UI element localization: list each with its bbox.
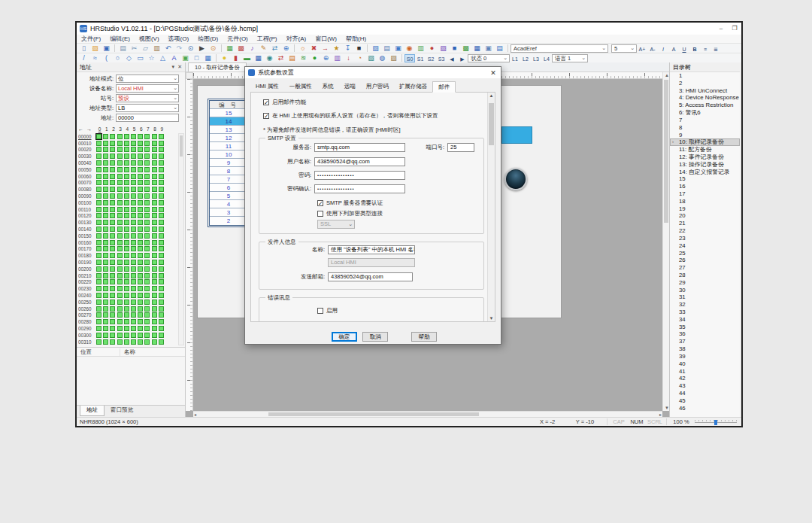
help-button[interactable]: 帮助 [411, 332, 437, 342]
address-grid-scrollbar[interactable] [178, 133, 184, 345]
bit-cell[interactable] [138, 220, 143, 225]
bit-cell[interactable] [103, 279, 108, 284]
bit-cell[interactable] [124, 187, 129, 192]
table-row[interactable]: 13 [210, 126, 247, 134]
elem-lamp-icon[interactable]: ● [219, 53, 230, 62]
table-row[interactable]: 4 [210, 200, 247, 208]
table-row[interactable]: 5 [210, 192, 247, 200]
bit-cell[interactable] [96, 326, 102, 331]
dialog-tab-item[interactable]: 一般属性 [284, 81, 317, 92]
bit-cell[interactable] [138, 227, 143, 232]
tree-item-3[interactable]: 3: HMI UnConnect [670, 87, 740, 95]
bit-cell[interactable] [152, 233, 157, 239]
bit-cell[interactable] [131, 174, 136, 179]
bit-cell[interactable] [144, 154, 150, 159]
bit-cell[interactable] [152, 319, 157, 324]
bit-cell[interactable] [152, 213, 157, 218]
download-icon[interactable]: ↧ [342, 44, 353, 53]
bit-cell[interactable] [96, 227, 102, 232]
bit-cell[interactable] [110, 333, 115, 338]
bit-cell[interactable] [103, 240, 108, 245]
bit-cell[interactable] [159, 180, 164, 185]
bit-cell[interactable] [124, 180, 129, 185]
document-tab[interactable]: 10 - 取样记录备份 [188, 62, 247, 71]
insert-icon[interactable]: ⊕ [280, 44, 292, 53]
bit-cell[interactable] [117, 312, 123, 318]
bit-cell[interactable] [124, 326, 129, 331]
port-input[interactable]: 25 [447, 143, 474, 152]
bit-cell[interactable] [144, 266, 150, 272]
bit-cell[interactable] [138, 333, 143, 338]
bit-cell[interactable] [138, 147, 143, 152]
bit-cell[interactable] [159, 141, 164, 146]
panel-7-icon[interactable]: ▨ [438, 44, 449, 53]
state-s2-button[interactable]: S2 [426, 54, 436, 62]
bit-cell[interactable] [110, 273, 115, 278]
tree-item-14[interactable]: 14: 自定义报警记录 [670, 169, 740, 176]
bit-cell[interactable] [124, 200, 129, 205]
bit-cell[interactable] [131, 227, 136, 232]
bit-cell[interactable] [103, 266, 108, 272]
bit-cell[interactable] [103, 286, 108, 291]
bit-cell[interactable] [103, 213, 108, 218]
delete-icon[interactable]: ✖ [308, 44, 320, 53]
tree-item-6[interactable]: 6: 警讯6 [670, 109, 740, 117]
bit-cell[interactable] [110, 326, 115, 331]
bit-cell[interactable] [138, 326, 143, 331]
field-input[interactable]: 00000 [116, 114, 179, 122]
canvas-horizontal-scrollbar[interactable]: ◂ ▸ [193, 411, 662, 417]
dock-tab-preview[interactable]: 窗口预览 [105, 406, 139, 416]
table-row[interactable]: 15 [210, 109, 247, 117]
bit-cell[interactable] [131, 200, 136, 205]
bit-cell[interactable] [117, 339, 123, 345]
bit-cell[interactable] [131, 180, 136, 185]
bit-cell[interactable] [159, 279, 164, 284]
bit-cell[interactable] [117, 253, 123, 258]
bit-cell[interactable] [103, 220, 108, 225]
bit-cell[interactable] [138, 246, 143, 251]
bit-cell[interactable] [152, 167, 157, 172]
bit-cell[interactable] [103, 160, 108, 166]
tree-item-10[interactable]: ›10: 取样记录备份 [670, 138, 740, 146]
bit-cell[interactable] [138, 312, 143, 318]
bit-cell[interactable] [159, 273, 164, 278]
bit-cell[interactable] [144, 227, 150, 232]
scrollbar-thumb[interactable] [180, 135, 183, 157]
bit-cell[interactable] [117, 200, 123, 205]
bit-cell[interactable] [110, 187, 115, 192]
bit-cell[interactable] [96, 293, 102, 298]
bit-cell[interactable] [159, 312, 164, 318]
lang-l4-button[interactable]: L4 [541, 54, 552, 62]
bit-cell[interactable] [96, 207, 102, 212]
bit-cell[interactable] [131, 339, 136, 345]
tree-item-18[interactable]: 18 [670, 198, 740, 205]
bit-cell[interactable] [152, 253, 157, 258]
bit-cell[interactable] [124, 279, 129, 284]
bit-cell[interactable] [96, 253, 102, 258]
tree-item-19[interactable]: 19 [670, 205, 740, 213]
elem-macro-icon[interactable]: ↓ [343, 53, 354, 62]
bit-cell[interactable] [96, 246, 102, 251]
bit-cell[interactable] [159, 260, 164, 265]
bit-cell[interactable] [124, 273, 129, 278]
minimize-button[interactable]: – [714, 23, 728, 34]
tree-expand-icon[interactable]: › [672, 138, 674, 146]
bit-cell[interactable] [124, 147, 129, 152]
tree-item-29[interactable]: 29 [670, 279, 740, 287]
elem-trend-icon[interactable]: ≋ [298, 53, 309, 62]
bit-cell[interactable] [117, 246, 123, 251]
bit-cell[interactable] [138, 167, 143, 172]
bit-cell[interactable] [103, 260, 108, 265]
bit-cell[interactable] [96, 160, 102, 166]
bit-cell[interactable] [138, 200, 143, 205]
bit-cell[interactable] [131, 220, 136, 225]
bit-cell[interactable] [117, 227, 123, 232]
elem-pipe-icon[interactable]: ▨ [388, 53, 399, 62]
bit-cell[interactable] [117, 187, 123, 192]
bit-cell[interactable] [117, 207, 123, 212]
state-prev-button[interactable]: ◀ [447, 54, 457, 62]
draw-frame-icon[interactable]: □ [191, 53, 202, 62]
bit-cell[interactable] [103, 339, 108, 345]
draw-star-icon[interactable]: ☆ [146, 53, 157, 62]
bit-cell[interactable] [103, 319, 108, 324]
